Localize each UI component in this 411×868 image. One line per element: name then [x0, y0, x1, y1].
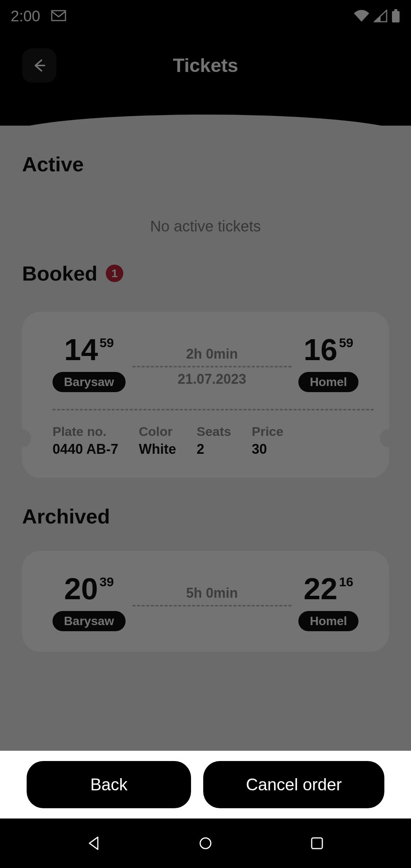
android-nav-bar	[0, 819, 411, 868]
modal-dim-overlay[interactable]	[0, 0, 411, 819]
android-back-button[interactable]	[83, 832, 105, 855]
svg-rect-3	[312, 838, 322, 849]
sheet-back-button[interactable]: Back	[27, 761, 191, 808]
svg-point-2	[200, 838, 211, 849]
android-home-button[interactable]	[194, 832, 217, 855]
android-recents-button[interactable]	[306, 832, 328, 855]
sheet-cancel-order-button[interactable]: Cancel order	[203, 761, 384, 808]
action-sheet: Back Cancel order	[0, 751, 411, 819]
